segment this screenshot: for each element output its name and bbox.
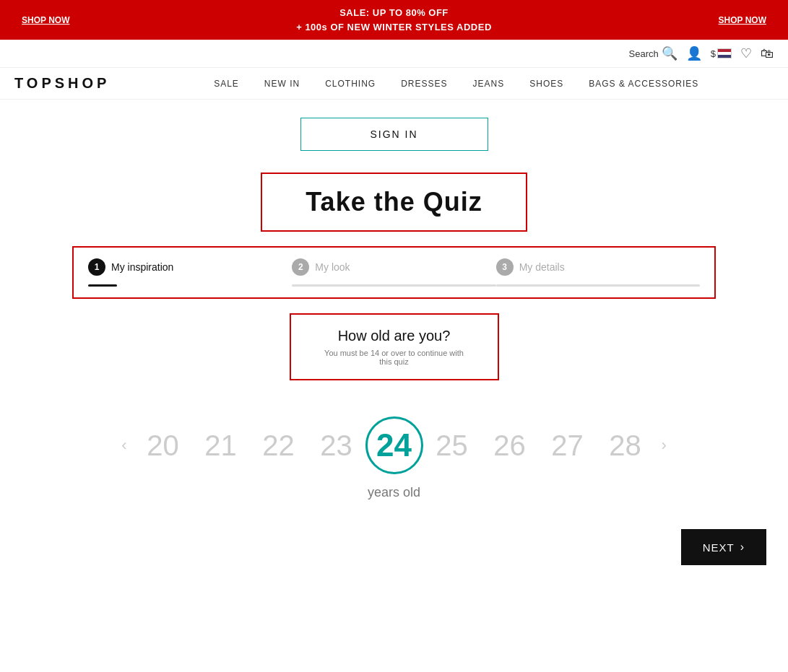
next-button-arrow: › (740, 541, 745, 554)
age-prev-arrow[interactable]: ‹ (114, 436, 134, 455)
quiz-title-container: Take the Quiz (0, 173, 788, 232)
nav-item-bags[interactable]: BAGS & ACCESSORIES (589, 79, 698, 89)
age-24-selected[interactable]: 24 (365, 416, 423, 474)
age-28[interactable]: 28 (597, 429, 654, 462)
logo[interactable]: TOPSHOP (14, 75, 110, 92)
quiz-title: Take the Quiz (306, 187, 482, 217)
nav-item-shoes[interactable]: SHOES (529, 79, 563, 89)
age-22[interactable]: 22 (250, 429, 308, 462)
currency-selector[interactable]: $ (711, 48, 732, 59)
step-1-number: 1 (88, 258, 105, 276)
nav-item-sale[interactable]: SALE (214, 79, 239, 89)
step-3: 3 My details (496, 258, 700, 287)
step-1-bar (88, 284, 117, 287)
nav-items: SALE NEW IN CLOTHING DRESSES JEANS SHOES… (139, 79, 774, 89)
age-27[interactable]: 27 (539, 429, 597, 462)
bag-icon[interactable]: 🛍 (761, 46, 774, 61)
nav-item-clothing[interactable]: CLOTHING (325, 79, 376, 89)
wishlist-icon[interactable]: ♡ (740, 45, 752, 61)
steps-container: 1 My inspiration 2 My look 3 My details (72, 246, 716, 299)
step-3-bar (496, 284, 700, 287)
step-2-bar (292, 284, 495, 287)
currency-symbol: $ (711, 48, 716, 59)
age-question-title: How old are you? (320, 328, 469, 344)
flag-icon (717, 48, 732, 58)
step-2-number: 2 (292, 258, 309, 276)
nav-item-jeans[interactable]: JEANS (473, 79, 505, 89)
step-1-label: My inspiration (111, 261, 173, 273)
step-3-number: 3 (496, 258, 514, 276)
step-2: 2 My look (292, 258, 495, 287)
top-banner: SHOP NOW SALE: UP TO 80% OFF + 100s OF N… (0, 0, 788, 40)
search-area[interactable]: Search 🔍 (629, 45, 677, 61)
sign-in-button[interactable]: SIGN IN (300, 118, 488, 151)
step-2-label: My look (315, 261, 350, 273)
sign-in-container: SIGN IN (0, 118, 788, 151)
shop-now-left[interactable]: SHOP NOW (22, 15, 69, 25)
step-1: 1 My inspiration (88, 258, 292, 287)
age-picker: ‹ 20 21 22 23 24 25 26 27 28 › (0, 416, 788, 474)
age-question-container: How old are you? You must be 14 or over … (0, 313, 788, 380)
search-icon[interactable]: 🔍 (662, 45, 677, 61)
nav-bar: TOPSHOP SALE NEW IN CLOTHING DRESSES JEA… (0, 68, 788, 100)
age-question-box: How old are you? You must be 14 or over … (290, 313, 499, 380)
shop-now-right[interactable]: SHOP NOW (719, 15, 766, 25)
age-23[interactable]: 23 (308, 429, 365, 462)
banner-text: SALE: UP TO 80% OFF + 100s OF NEW WINTER… (296, 6, 492, 34)
next-button[interactable]: NEXT › (681, 529, 766, 565)
age-20[interactable]: 20 (134, 429, 192, 462)
age-next-arrow[interactable]: › (654, 436, 674, 455)
age-25[interactable]: 25 (423, 429, 481, 462)
nav-item-new-in[interactable]: NEW IN (264, 79, 300, 89)
account-icon[interactable]: 👤 (686, 45, 702, 61)
utility-bar: Search 🔍 👤 $ ♡ 🛍 (0, 40, 788, 68)
age-26[interactable]: 26 (481, 429, 539, 462)
nav-item-dresses[interactable]: DRESSES (401, 79, 447, 89)
step-3-label: My details (519, 261, 565, 273)
next-button-label: NEXT (703, 541, 735, 554)
next-btn-container: NEXT › (22, 529, 766, 565)
search-label: Search (629, 48, 659, 59)
age-question-subtitle: You must be 14 or over to continue with … (320, 349, 469, 366)
quiz-title-box: Take the Quiz (261, 173, 527, 232)
age-21[interactable]: 21 (192, 429, 250, 462)
years-old-label: years old (0, 485, 788, 500)
